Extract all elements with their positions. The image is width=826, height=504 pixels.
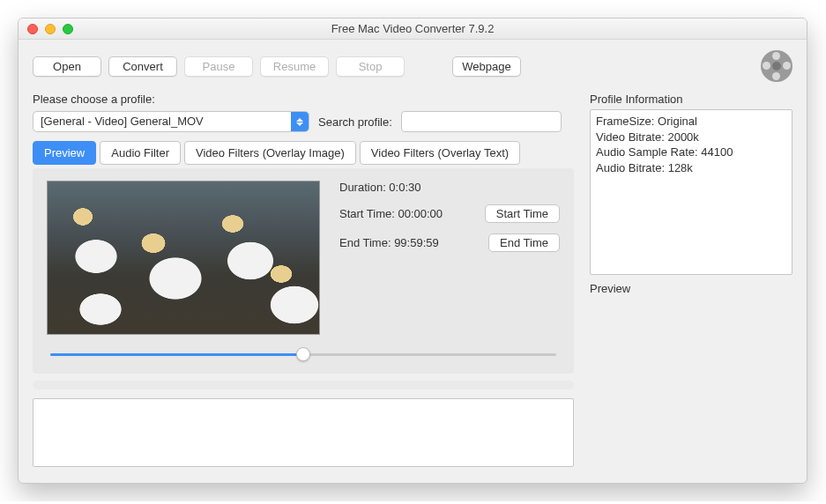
updown-icon (291, 112, 309, 131)
preview-panel: Duration: 0:0:30 Start Time: 00:00:00 St… (33, 168, 574, 374)
open-button[interactable]: Open (33, 56, 101, 77)
profile-info-line: Audio Bitrate: 128k (596, 160, 786, 176)
time-slider[interactable] (47, 347, 560, 361)
tab-preview[interactable]: Preview (33, 141, 96, 165)
profile-info-line: Video Bitrate: 2000k (596, 130, 786, 145)
pause-button[interactable]: Pause (184, 56, 253, 77)
profile-row: [General - Video] General_MOV Search pro… (33, 111, 574, 132)
profile-info-heading: Profile Information (590, 93, 793, 106)
profile-prompt: Please choose a profile: (33, 93, 574, 106)
close-icon[interactable] (27, 24, 38, 34)
window-controls (19, 24, 73, 34)
tab-video-overlay-image[interactable]: Video Filters (Overlay Image) (184, 141, 356, 165)
preview-meta: Duration: 0:0:30 Start Time: 00:00:00 St… (339, 181, 560, 335)
tab-video-overlay-text[interactable]: Video Filters (Overlay Text) (360, 141, 520, 165)
tabs: Preview Audio Filter Video Filters (Over… (33, 141, 574, 165)
slider-thumb[interactable] (296, 347, 310, 361)
end-time-button[interactable]: End Time (488, 233, 560, 252)
tab-audio-filter[interactable]: Audio Filter (100, 141, 181, 165)
end-time-text: End Time: 99:59:59 (339, 236, 478, 249)
duration-text: Duration: 0:0:30 (339, 181, 560, 194)
start-time-text: Start Time: 00:00:00 (339, 207, 474, 220)
profile-info-line: FrameSize: Original (596, 114, 786, 130)
right-column: Profile Information FrameSize: Original … (590, 93, 793, 467)
slider-fill (50, 353, 303, 356)
start-time-button[interactable]: Start Time (485, 204, 560, 223)
convert-button[interactable]: Convert (108, 56, 177, 77)
app-window: Free Mac Video Converter 7.9.2 Open Conv… (18, 18, 807, 484)
main-columns: Please choose a profile: [General - Vide… (33, 93, 793, 467)
window-title: Free Mac Video Converter 7.9.2 (19, 22, 807, 35)
video-thumbnail (47, 181, 320, 335)
horizontal-scrollbar[interactable] (33, 381, 574, 389)
content: Open Convert Pause Resume Stop Webpage P… (19, 40, 807, 483)
search-profile-label: Search profile: (318, 115, 392, 129)
minimize-icon[interactable] (45, 24, 56, 34)
search-profile-input[interactable] (401, 111, 562, 132)
profile-selected-text: [General - Video] General_MOV (33, 112, 291, 131)
toolbar: Open Convert Pause Resume Stop Webpage (33, 50, 793, 82)
stop-button[interactable]: Stop (336, 56, 405, 77)
film-reel-icon (761, 50, 793, 82)
log-textarea[interactable] (33, 398, 574, 467)
profile-info-line: Audio Sample Rate: 44100 (596, 145, 786, 160)
webpage-button[interactable]: Webpage (452, 56, 521, 77)
preview-label: Preview (590, 282, 793, 295)
profile-select[interactable]: [General - Video] General_MOV (33, 111, 309, 132)
left-column: Please choose a profile: [General - Vide… (33, 93, 574, 467)
zoom-icon[interactable] (63, 24, 73, 34)
titlebar: Free Mac Video Converter 7.9.2 (19, 19, 807, 40)
profile-info-box: FrameSize: Original Video Bitrate: 2000k… (590, 109, 793, 275)
resume-button[interactable]: Resume (260, 56, 329, 77)
